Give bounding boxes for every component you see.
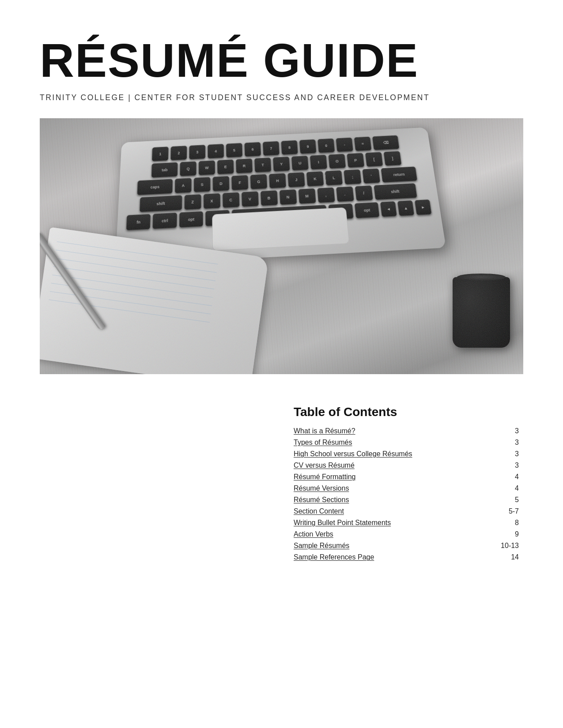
toc-link-0[interactable]: What is a Résumé? xyxy=(294,427,355,435)
page: RÉSUMÉ GUIDE TRINITY COLLEGE | CENTER FO… xyxy=(0,0,563,728)
toc-page-5: 4 xyxy=(501,484,519,492)
toc-page-1: 3 xyxy=(501,439,519,447)
key-shift-l: shift xyxy=(139,195,182,213)
key-y: Y xyxy=(273,157,290,172)
toc-heading: Table of Contents xyxy=(294,405,519,419)
key-return: return xyxy=(381,167,417,183)
key-0: 0 xyxy=(317,139,335,153)
key-minus: - xyxy=(336,138,353,152)
key-option: opt xyxy=(179,211,204,228)
key-1: 1 xyxy=(152,147,169,162)
key-4: 4 xyxy=(208,144,224,158)
toc-link-2[interactable]: High School versus College Résumés xyxy=(294,450,412,458)
key-r: R xyxy=(236,159,253,174)
page-subtitle: TRINITY COLLEGE | CENTER FOR STUDENT SUC… xyxy=(40,93,523,102)
toc-row-4: Résumé Formatting 4 xyxy=(294,473,519,482)
toc-page-10: 10-13 xyxy=(501,542,519,550)
key-arrow-r: ► xyxy=(415,199,432,215)
cup-top xyxy=(457,274,506,281)
key-ctrl: ctrl xyxy=(153,213,177,229)
key-a: A xyxy=(175,178,192,194)
toc-row-5: Résumé Versions 4 xyxy=(294,484,519,493)
key-shift-r: shift xyxy=(374,184,417,200)
toc-link-3[interactable]: CV versus Résumé xyxy=(294,462,355,469)
toc-table: What is a Résumé? 3 Types of Résumés 3 H… xyxy=(294,427,519,562)
key-9: 9 xyxy=(299,139,317,154)
toc-page-2: 3 xyxy=(501,450,519,458)
toc-link-5[interactable]: Résumé Versions xyxy=(294,484,349,492)
toc-row-7: Section Content 5-7 xyxy=(294,507,519,516)
toc-page-11: 14 xyxy=(501,553,519,561)
key-s: S xyxy=(194,177,211,192)
toc-page-3: 3 xyxy=(501,462,519,469)
key-m: M xyxy=(298,188,316,204)
key-c: C xyxy=(222,192,239,208)
toc-link-8[interactable]: Writing Bullet Point Statements xyxy=(294,519,391,527)
toc-page-7: 5-7 xyxy=(501,507,519,515)
key-7: 7 xyxy=(263,141,280,156)
key-p: P xyxy=(347,153,364,168)
key-quote: ' xyxy=(362,169,380,184)
toc-page-4: 4 xyxy=(501,473,519,481)
table-of-contents: Table of Contents What is a Résumé? 3 Ty… xyxy=(285,396,523,574)
key-period: . xyxy=(336,187,354,202)
key-w: W xyxy=(199,161,215,176)
toc-page-9: 9 xyxy=(501,530,519,538)
coffee-cup-visual xyxy=(453,277,510,348)
toc-link-resume-sections[interactable]: Résumé Sections xyxy=(294,496,349,504)
toc-row-3: CV versus Résumé 3 xyxy=(294,462,519,470)
trackpad xyxy=(212,207,349,251)
key-arrow-l: ◄ xyxy=(380,201,397,217)
notebook-line xyxy=(49,300,210,323)
key-caps: caps xyxy=(137,179,173,195)
key-t: T xyxy=(254,158,272,173)
toc-link-1[interactable]: Types of Résumés xyxy=(294,439,352,447)
page-title: RÉSUMÉ GUIDE xyxy=(40,35,523,85)
toc-link-action-verbs[interactable]: Action Verbs xyxy=(294,530,333,538)
toc-row-2: High School versus College Résumés 3 xyxy=(294,450,519,459)
key-lbracket: [ xyxy=(365,152,383,167)
toc-link-10[interactable]: Sample Résumés xyxy=(294,542,349,550)
key-j: J xyxy=(287,173,305,188)
key-q: Q xyxy=(180,161,196,176)
key-6: 6 xyxy=(244,142,261,157)
hero-image: 1 2 3 4 5 6 7 8 9 0 - = ⌫ tab Q xyxy=(40,118,523,374)
key-tab: tab xyxy=(151,162,178,178)
toc-link-7[interactable]: Section Content xyxy=(294,507,344,515)
key-5: 5 xyxy=(226,143,243,158)
key-g: G xyxy=(250,174,267,190)
key-b: B xyxy=(260,191,278,206)
key-h: H xyxy=(269,173,286,189)
key-arrow-u: ▲ xyxy=(397,200,415,216)
toc-row-0: What is a Résumé? 3 xyxy=(294,427,519,436)
key-rbracket: ] xyxy=(383,151,401,166)
key-l: L xyxy=(325,170,343,186)
toc-row-10: Sample Résumés 10-13 xyxy=(294,542,519,551)
key-u: U xyxy=(291,156,309,171)
toc-page-8: 8 xyxy=(501,519,519,527)
key-slash: / xyxy=(355,186,373,201)
toc-row-9: Action Verbs 9 xyxy=(294,530,519,539)
toc-page-6: 5 xyxy=(501,496,519,504)
key-n: N xyxy=(279,189,297,205)
key-fn: fn xyxy=(126,214,151,231)
key-f: F xyxy=(231,175,249,191)
key-e: E xyxy=(217,160,234,175)
key-comma: , xyxy=(317,188,335,203)
key-d: D xyxy=(212,176,229,191)
toc-page-0: 3 xyxy=(501,427,519,435)
bottom-section: Table of Contents What is a Résumé? 3 Ty… xyxy=(40,396,523,574)
key-backspace: ⌫ xyxy=(372,135,400,150)
key-x: X xyxy=(203,193,220,209)
key-option-r: opt xyxy=(354,202,380,218)
key-i: I xyxy=(310,155,328,170)
toc-link-11[interactable]: Sample References Page xyxy=(294,553,374,561)
toc-link-4[interactable]: Résumé Formatting xyxy=(294,473,356,481)
toc-row-11: Sample References Page 14 xyxy=(294,553,519,562)
key-3: 3 xyxy=(189,145,205,160)
key-z: Z xyxy=(184,195,201,210)
toc-row-6: Résumé Sections 5 xyxy=(294,496,519,505)
key-semicolon: ; xyxy=(344,169,362,185)
key-o: O xyxy=(328,154,346,169)
key-v: V xyxy=(241,191,258,207)
